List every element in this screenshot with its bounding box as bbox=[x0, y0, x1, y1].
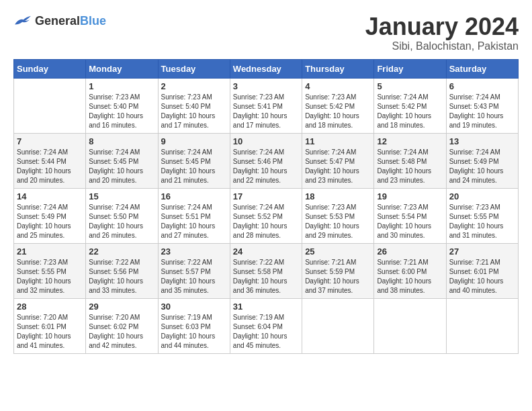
title-area: January 2024 Sibi, Balochistan, Pakistan bbox=[365, 13, 519, 52]
col-tuesday: Tuesday bbox=[158, 59, 230, 78]
day-info: Sunrise: 7:24 AMSunset: 5:52 PMDaylight:… bbox=[233, 203, 299, 240]
calendar-cell: 20Sunrise: 7:23 AMSunset: 5:55 PMDayligh… bbox=[446, 188, 518, 243]
day-number: 2 bbox=[161, 81, 227, 91]
day-info: Sunrise: 7:21 AMSunset: 6:00 PMDaylight:… bbox=[377, 258, 443, 295]
calendar-cell: 5Sunrise: 7:24 AMSunset: 5:42 PMDaylight… bbox=[374, 78, 446, 133]
calendar-cell: 7Sunrise: 7:24 AMSunset: 5:44 PMDaylight… bbox=[14, 133, 86, 188]
day-number: 25 bbox=[305, 246, 371, 257]
month-title: January 2024 bbox=[365, 13, 519, 40]
day-number: 23 bbox=[161, 246, 227, 257]
day-number: 3 bbox=[233, 81, 299, 91]
calendar-cell: 24Sunrise: 7:22 AMSunset: 5:58 PMDayligh… bbox=[230, 243, 302, 298]
calendar-cell: 11Sunrise: 7:24 AMSunset: 5:47 PMDayligh… bbox=[302, 133, 374, 188]
calendar-cell: 15Sunrise: 7:24 AMSunset: 5:50 PMDayligh… bbox=[86, 188, 158, 243]
day-info: Sunrise: 7:24 AMSunset: 5:48 PMDaylight:… bbox=[377, 148, 443, 185]
calendar-cell: 1Sunrise: 7:23 AMSunset: 5:40 PMDaylight… bbox=[86, 78, 158, 133]
logo: GeneralBlue bbox=[13, 13, 106, 28]
col-saturday: Saturday bbox=[446, 59, 518, 78]
day-number: 20 bbox=[449, 191, 515, 201]
day-number: 29 bbox=[89, 302, 154, 312]
calendar-cell: 14Sunrise: 7:24 AMSunset: 5:49 PMDayligh… bbox=[14, 188, 86, 243]
day-info: Sunrise: 7:24 AMSunset: 5:51 PMDaylight:… bbox=[161, 203, 227, 240]
day-info: Sunrise: 7:23 AMSunset: 5:40 PMDaylight:… bbox=[89, 93, 154, 130]
day-info: Sunrise: 7:24 AMSunset: 5:45 PMDaylight:… bbox=[161, 148, 227, 185]
calendar-table: Sunday Monday Tuesday Wednesday Thursday… bbox=[13, 59, 519, 354]
day-info: Sunrise: 7:21 AMSunset: 5:59 PMDaylight:… bbox=[305, 258, 371, 295]
day-info: Sunrise: 7:24 AMSunset: 5:49 PMDaylight:… bbox=[449, 148, 515, 185]
day-number: 10 bbox=[233, 136, 299, 146]
calendar-cell: 6Sunrise: 7:24 AMSunset: 5:43 PMDaylight… bbox=[446, 78, 518, 133]
logo-icon bbox=[13, 13, 32, 28]
calendar-week-row: 21Sunrise: 7:23 AMSunset: 5:55 PMDayligh… bbox=[14, 243, 519, 298]
calendar-cell: 23Sunrise: 7:22 AMSunset: 5:57 PMDayligh… bbox=[158, 243, 230, 298]
calendar-cell bbox=[446, 298, 518, 353]
day-number: 7 bbox=[17, 136, 83, 146]
logo-text: GeneralBlue bbox=[35, 14, 106, 28]
calendar-cell: 31Sunrise: 7:19 AMSunset: 6:04 PMDayligh… bbox=[230, 298, 302, 353]
calendar-cell: 28Sunrise: 7:20 AMSunset: 6:01 PMDayligh… bbox=[14, 298, 86, 353]
day-info: Sunrise: 7:23 AMSunset: 5:55 PMDaylight:… bbox=[17, 258, 83, 295]
day-number: 18 bbox=[305, 191, 371, 201]
calendar-cell: 21Sunrise: 7:23 AMSunset: 5:55 PMDayligh… bbox=[14, 243, 86, 298]
day-info: Sunrise: 7:24 AMSunset: 5:47 PMDaylight:… bbox=[305, 148, 371, 185]
calendar-cell: 4Sunrise: 7:23 AMSunset: 5:42 PMDaylight… bbox=[302, 78, 374, 133]
calendar-cell: 27Sunrise: 7:21 AMSunset: 6:01 PMDayligh… bbox=[446, 243, 518, 298]
col-sunday: Sunday bbox=[14, 59, 86, 78]
calendar-header-row: Sunday Monday Tuesday Wednesday Thursday… bbox=[14, 59, 519, 78]
day-number: 22 bbox=[89, 246, 154, 257]
day-number: 16 bbox=[161, 191, 227, 201]
calendar-cell: 30Sunrise: 7:19 AMSunset: 6:03 PMDayligh… bbox=[158, 298, 230, 353]
day-number: 6 bbox=[449, 81, 515, 91]
day-info: Sunrise: 7:24 AMSunset: 5:44 PMDaylight:… bbox=[17, 148, 83, 185]
day-number: 14 bbox=[17, 191, 83, 201]
day-info: Sunrise: 7:24 AMSunset: 5:45 PMDaylight:… bbox=[89, 148, 154, 185]
day-number: 30 bbox=[161, 302, 227, 312]
day-number: 19 bbox=[377, 191, 443, 201]
day-number: 28 bbox=[17, 302, 83, 312]
calendar-cell: 17Sunrise: 7:24 AMSunset: 5:52 PMDayligh… bbox=[230, 188, 302, 243]
day-info: Sunrise: 7:24 AMSunset: 5:42 PMDaylight:… bbox=[377, 93, 443, 130]
day-info: Sunrise: 7:23 AMSunset: 5:41 PMDaylight:… bbox=[233, 93, 299, 130]
calendar-cell bbox=[14, 78, 86, 133]
day-number: 9 bbox=[161, 136, 227, 146]
calendar-cell: 26Sunrise: 7:21 AMSunset: 6:00 PMDayligh… bbox=[374, 243, 446, 298]
day-info: Sunrise: 7:21 AMSunset: 6:01 PMDaylight:… bbox=[449, 258, 515, 295]
day-info: Sunrise: 7:23 AMSunset: 5:54 PMDaylight:… bbox=[377, 203, 443, 240]
location-title: Sibi, Balochistan, Pakistan bbox=[365, 40, 519, 52]
day-number: 15 bbox=[89, 191, 154, 201]
day-number: 4 bbox=[305, 81, 371, 91]
day-info: Sunrise: 7:24 AMSunset: 5:43 PMDaylight:… bbox=[449, 93, 515, 130]
calendar-cell: 9Sunrise: 7:24 AMSunset: 5:45 PMDaylight… bbox=[158, 133, 230, 188]
calendar-week-row: 1Sunrise: 7:23 AMSunset: 5:40 PMDaylight… bbox=[14, 78, 519, 133]
day-info: Sunrise: 7:20 AMSunset: 6:02 PMDaylight:… bbox=[89, 313, 154, 351]
calendar-cell bbox=[374, 298, 446, 353]
calendar-cell: 16Sunrise: 7:24 AMSunset: 5:51 PMDayligh… bbox=[158, 188, 230, 243]
day-number: 27 bbox=[449, 246, 515, 257]
calendar-cell: 19Sunrise: 7:23 AMSunset: 5:54 PMDayligh… bbox=[374, 188, 446, 243]
day-number: 5 bbox=[377, 81, 443, 91]
day-info: Sunrise: 7:22 AMSunset: 5:58 PMDaylight:… bbox=[233, 258, 299, 295]
day-info: Sunrise: 7:24 AMSunset: 5:46 PMDaylight:… bbox=[233, 148, 299, 185]
day-number: 17 bbox=[233, 191, 299, 201]
calendar-week-row: 14Sunrise: 7:24 AMSunset: 5:49 PMDayligh… bbox=[14, 188, 519, 243]
col-wednesday: Wednesday bbox=[230, 59, 302, 78]
day-info: Sunrise: 7:19 AMSunset: 6:04 PMDaylight:… bbox=[233, 313, 299, 351]
day-info: Sunrise: 7:22 AMSunset: 5:57 PMDaylight:… bbox=[161, 258, 227, 295]
day-info: Sunrise: 7:24 AMSunset: 5:49 PMDaylight:… bbox=[17, 203, 83, 240]
col-thursday: Thursday bbox=[302, 59, 374, 78]
day-info: Sunrise: 7:20 AMSunset: 6:01 PMDaylight:… bbox=[17, 313, 83, 351]
calendar-cell: 8Sunrise: 7:24 AMSunset: 5:45 PMDaylight… bbox=[86, 133, 158, 188]
day-info: Sunrise: 7:24 AMSunset: 5:50 PMDaylight:… bbox=[89, 203, 154, 240]
calendar-cell: 2Sunrise: 7:23 AMSunset: 5:40 PMDaylight… bbox=[158, 78, 230, 133]
col-monday: Monday bbox=[86, 59, 158, 78]
calendar-cell: 13Sunrise: 7:24 AMSunset: 5:49 PMDayligh… bbox=[446, 133, 518, 188]
calendar-cell: 10Sunrise: 7:24 AMSunset: 5:46 PMDayligh… bbox=[230, 133, 302, 188]
page-header: GeneralBlue January 2024 Sibi, Balochist… bbox=[13, 13, 519, 52]
day-number: 1 bbox=[89, 81, 154, 91]
calendar-cell: 3Sunrise: 7:23 AMSunset: 5:41 PMDaylight… bbox=[230, 78, 302, 133]
day-number: 12 bbox=[377, 136, 443, 146]
calendar-week-row: 7Sunrise: 7:24 AMSunset: 5:44 PMDaylight… bbox=[14, 133, 519, 188]
calendar-week-row: 28Sunrise: 7:20 AMSunset: 6:01 PMDayligh… bbox=[14, 298, 519, 353]
day-info: Sunrise: 7:23 AMSunset: 5:55 PMDaylight:… bbox=[449, 203, 515, 240]
calendar-cell: 25Sunrise: 7:21 AMSunset: 5:59 PMDayligh… bbox=[302, 243, 374, 298]
